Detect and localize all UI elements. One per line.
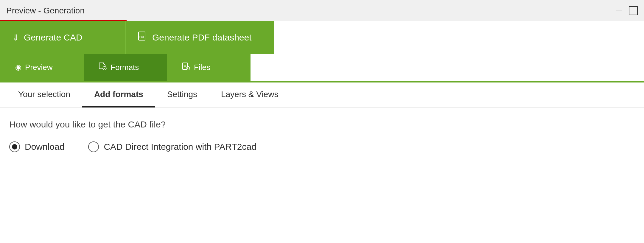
tab-formats[interactable]: Formats — [84, 54, 167, 81]
radio-download[interactable]: Download — [9, 141, 64, 152]
radio-download-label: Download — [25, 142, 64, 152]
window-title: Preview - Generation — [6, 6, 85, 15]
svg-text:i: i — [187, 67, 188, 70]
formats-icon — [99, 62, 107, 72]
formats-tab-label: Formats — [111, 63, 139, 72]
generate-pdf-label: Generate PDF datasheet — [152, 32, 252, 43]
your-selection-label: Your selection — [18, 90, 70, 99]
radio-cad-direct-circle[interactable] — [88, 141, 99, 152]
svg-text:PDF: PDF — [139, 35, 145, 38]
minimize-button[interactable]: — — [613, 5, 624, 16]
svg-point-7 — [186, 66, 190, 70]
sub-tabs: ◉ Preview Formats i — [0, 54, 644, 81]
download-icon: ⇓ — [12, 33, 19, 43]
content-tab-add-formats[interactable]: Add formats — [82, 82, 155, 108]
add-formats-label: Add formats — [94, 90, 143, 99]
radio-download-circle[interactable] — [9, 141, 20, 152]
radio-group: Download CAD Direct Integration with PAR… — [9, 141, 635, 152]
layers-views-label: Layers & Views — [221, 90, 278, 99]
files-tab-label: Files — [194, 63, 210, 72]
settings-label: Settings — [167, 90, 197, 99]
generate-cad-button[interactable]: ⇓ Generate CAD — [0, 21, 125, 54]
maximize-button[interactable] — [629, 6, 638, 15]
content-tab-layers-views[interactable]: Layers & Views — [209, 82, 290, 108]
pdf-icon: PDF — [138, 31, 147, 44]
window: Preview - Generation — ⇓ Generate CAD PD… — [0, 0, 644, 243]
radio-cad-direct[interactable]: CAD Direct Integration with PART2cad — [88, 141, 256, 152]
question-text: How would you like to get the CAD file? — [9, 119, 635, 130]
content-tab-your-selection[interactable]: Your selection — [6, 82, 82, 108]
eye-icon: ◉ — [15, 63, 21, 71]
tab-files[interactable]: i Files — [167, 54, 251, 81]
content-tab-settings[interactable]: Settings — [155, 82, 209, 108]
generate-cad-label: Generate CAD — [24, 32, 83, 43]
tab-preview[interactable]: ◉ Preview — [0, 54, 84, 81]
main-content: How would you like to get the CAD file? … — [0, 108, 644, 243]
title-bar: Preview - Generation — — [0, 0, 644, 21]
preview-tab-label: Preview — [25, 63, 52, 72]
radio-cad-direct-label: CAD Direct Integration with PART2cad — [104, 142, 256, 152]
content-tabs: Your selection Add formats Settings Laye… — [0, 82, 644, 108]
generate-pdf-button[interactable]: PDF Generate PDF datasheet — [125, 21, 274, 54]
window-controls: — — [613, 5, 638, 16]
top-action-buttons: ⇓ Generate CAD PDF Generate PDF datashee… — [0, 21, 644, 54]
files-icon: i — [182, 62, 190, 72]
